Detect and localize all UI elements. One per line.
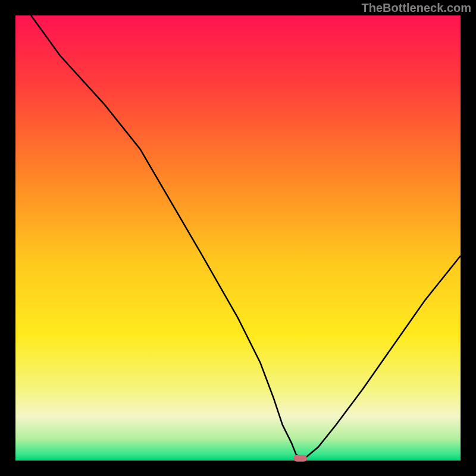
chart-svg bbox=[0, 0, 476, 476]
watermark-text: TheBottleneck.com bbox=[362, 1, 471, 15]
plot-background bbox=[15, 15, 461, 461]
optimal-marker bbox=[294, 455, 307, 462]
chart-container: TheBottleneck.com bbox=[0, 0, 476, 476]
